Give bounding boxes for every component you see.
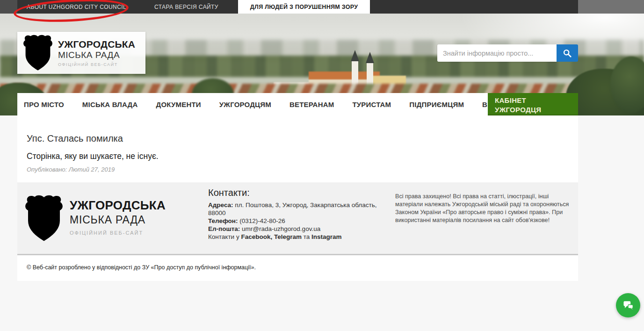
topbar-left-margin xyxy=(0,0,17,14)
contact-email: Ел-пошта: umr@rada-uzhgorod.gov.ua xyxy=(208,225,393,233)
topbar: ABOUT UZHGOROD CITY COUNCIL СТАРА ВЕРСІЯ… xyxy=(17,0,578,14)
topbar-link-visually-impaired[interactable]: ДЛЯ ЛЮДЕЙ З ПОРУШЕННЯМ ЗОРУ xyxy=(238,0,370,14)
footer-site-tagline: ОФІЦІЙНИЙ ВЕБ-САЙТ xyxy=(70,230,166,236)
contacts-heading: Контакти: xyxy=(208,187,393,198)
nav-item-veterans[interactable]: ВЕТЕРАНАМ xyxy=(289,101,334,108)
cabinet-button-line1: КАБІНЕТ xyxy=(495,96,526,104)
social-prefix: Контакти у xyxy=(208,233,239,240)
facebook-link[interactable]: Facebook, xyxy=(241,233,272,240)
main-navigation: ПРО МІСТО МІСЬКА ВЛАДА ДОКУМЕНТИ УЖГОРОД… xyxy=(17,93,578,115)
phone-value: (0312)-42-80-26 xyxy=(239,217,285,224)
contact-phone: Телефон: (0312)-42-80-26 xyxy=(208,217,393,225)
search-input[interactable] xyxy=(437,44,557,62)
email-value: umr@rada-uzhgorod.gov.ua xyxy=(242,225,320,232)
error-title: Упс. Сталась помилка xyxy=(27,133,123,144)
hero-church-tower xyxy=(352,60,358,92)
nav-item-about-city[interactable]: ПРО МІСТО xyxy=(24,101,64,108)
site-title: УЖГОРОДСЬКА xyxy=(58,39,135,50)
topbar-link-old-version[interactable]: СТАРА ВЕРСІЯ САЙТУ xyxy=(143,0,230,14)
uzhgorod-coat-of-arms-icon xyxy=(22,34,53,72)
chat-widget-button[interactable] xyxy=(616,293,640,317)
cabinet-button-line2: УЖГОРОДЦЯ xyxy=(495,106,541,114)
nav-item-city-government[interactable]: МІСЬКА ВЛАДА xyxy=(82,101,138,108)
nav-item-tourists[interactable]: ТУРИСТАМ xyxy=(352,101,391,108)
cabinet-uzhgorodtsya-button[interactable]: КАБІНЕТ УЖГОРОДЦЯ xyxy=(488,93,578,115)
phone-label: Телефон: xyxy=(208,217,238,224)
topbar-link-about[interactable]: ABOUT UZHGOROD CITY COUNCIL xyxy=(17,0,143,14)
nav-item-documents[interactable]: ДОКУМЕНТИ xyxy=(156,101,201,108)
site-logo-text: УЖГОРОДСЬКА МІСЬКА РАДА ОФІЦІЙНИЙ ВЕБ-СА… xyxy=(58,39,135,67)
footer-contacts: Контакти: Адреса: пл. Поштова, 3, Ужгоро… xyxy=(208,187,393,241)
address-value: пл. Поштова, 3, Ужгород, Закарпатська об… xyxy=(208,201,376,216)
hero-building xyxy=(274,82,330,93)
search-button[interactable] xyxy=(557,44,578,62)
hero-castle-building xyxy=(309,72,380,88)
main-content: Упс. Сталась помилка Сторінка, яку ви шу… xyxy=(17,115,578,182)
footer: УЖГОРОДСЬКА МІСЬКА РАДА ОФІЦІЙНИЙ ВЕБ-СА… xyxy=(17,182,578,254)
copyright-text: © Веб-сайт розроблено у відповідності до… xyxy=(27,264,256,271)
search-bar xyxy=(437,44,578,62)
chat-bubbles-icon xyxy=(622,299,635,311)
address-label: Адреса: xyxy=(208,201,233,209)
footer-site-title: УЖГОРОДСЬКА xyxy=(70,198,166,213)
topbar-background: ABOUT UZHGOROD CITY COUNCIL СТАРА ВЕРСІЯ… xyxy=(0,0,644,14)
nav-item-citizens[interactable]: УЖГОРОДЦЯМ xyxy=(219,101,271,108)
copyright-bar: © Веб-сайт розроблено у відповідності до… xyxy=(17,255,578,281)
email-label: Ел-пошта: xyxy=(208,225,240,232)
instagram-link[interactable]: Instagram xyxy=(311,233,342,240)
footer-rights-text: Всі права захищено! Всі права на статті,… xyxy=(395,193,575,224)
published-date: Опубліковано: Лютий 27, 2019 xyxy=(27,166,115,173)
uzhgorod-coat-of-arms-icon xyxy=(24,194,64,242)
contact-social-links: Контакти у Facebook, Telegram та Instagr… xyxy=(208,233,393,241)
telegram-link[interactable]: Telegram xyxy=(274,233,302,240)
footer-logo-text: УЖГОРОДСЬКА МІСЬКА РАДА ОФІЦІЙНИЙ ВЕБ-СА… xyxy=(70,198,166,236)
hero-church-tower xyxy=(367,62,373,92)
error-message: Сторінка, яку ви шукаєте, не існує. xyxy=(27,151,159,161)
hero-church-spire xyxy=(351,50,359,61)
hero-building xyxy=(372,76,406,94)
nav-item-entrepreneurs[interactable]: ПІДПРИЄМЦЯМ xyxy=(409,101,464,108)
hero-church-spire xyxy=(366,52,374,63)
site-subtitle: МІСЬКА РАДА xyxy=(58,50,135,61)
site-tagline: ОФІЦІЙНИЙ ВЕБ-САЙТ xyxy=(58,62,135,67)
hero-tree xyxy=(610,57,644,113)
footer-site-subtitle: МІСЬКА РАДА xyxy=(70,214,166,226)
search-icon xyxy=(563,49,572,58)
social-conjunction: та xyxy=(304,233,310,240)
site-logo[interactable]: УЖГОРОДСЬКА МІСЬКА РАДА ОФІЦІЙНИЙ ВЕБ-СА… xyxy=(17,32,145,74)
contact-address: Адреса: пл. Поштова, 3, Ужгород, Закарпа… xyxy=(208,201,393,217)
